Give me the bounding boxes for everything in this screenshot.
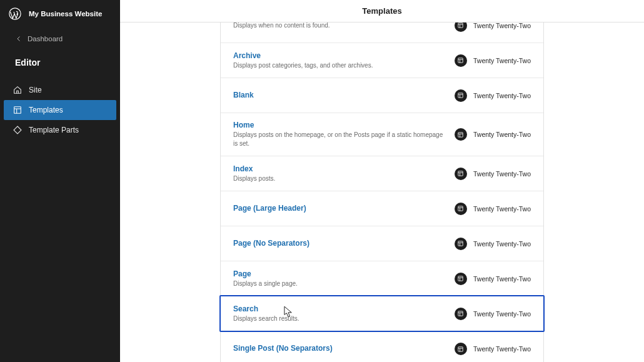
theme-name: Twenty Twenty-Two <box>473 92 531 99</box>
template-meta: SearchDisplays search results. <box>233 304 445 323</box>
theme-name: Twenty Twenty-Two <box>473 131 531 138</box>
template-meta: Blank <box>233 91 445 101</box>
theme-name: Twenty Twenty-Two <box>473 57 531 64</box>
template-title[interactable]: Blank <box>233 91 445 99</box>
layout-icon <box>13 105 23 115</box>
nav-item-template-parts[interactable]: Template Parts <box>4 120 116 140</box>
nav-label: Site <box>29 86 42 94</box>
template-meta: PageDisplays a single page. <box>233 269 445 288</box>
nav-item-site[interactable]: Site <box>4 80 116 100</box>
template-row-index[interactable]: IndexDisplays posts.Twenty Twenty-Two <box>221 156 543 191</box>
theme-avatar-icon <box>455 54 467 67</box>
template-theme: Twenty Twenty-Two <box>455 273 531 285</box>
page-title: Templates <box>362 6 401 16</box>
back-to-dashboard-link[interactable]: Dashboard <box>0 28 120 50</box>
template-meta: Page (Large Header) <box>233 204 445 214</box>
theme-avatar-icon <box>455 273 467 285</box>
template-description: Displays posts. <box>233 174 445 183</box>
svg-rect-11 <box>458 346 463 351</box>
sidebar-header: My Business Website <box>0 0 120 28</box>
template-row-404[interactable]: Displays when no content is found.Twenty… <box>221 23 543 43</box>
template-title[interactable]: Search <box>233 304 445 313</box>
template-meta: Page (No Separators) <box>233 239 445 249</box>
template-row-single-no-sep[interactable]: Single Post (No Separators)Twenty Twenty… <box>221 331 543 362</box>
template-row-page-large-header[interactable]: Page (Large Header)Twenty Twenty-Two <box>221 191 543 226</box>
app-root: My Business Website Dashboard Editor Sit… <box>0 0 644 362</box>
template-theme: Twenty Twenty-Two <box>455 89 531 102</box>
template-theme: Twenty Twenty-Two <box>455 203 531 215</box>
svg-rect-2 <box>458 23 463 28</box>
template-theme: Twenty Twenty-Two <box>455 128 531 141</box>
template-theme: Twenty Twenty-Two <box>455 238 531 250</box>
theme-avatar-icon <box>455 89 467 102</box>
back-label: Dashboard <box>28 35 63 43</box>
template-theme: Twenty Twenty-Two <box>455 343 531 355</box>
template-theme: Twenty Twenty-Two <box>455 308 531 320</box>
home-icon <box>13 85 23 95</box>
main: Templates Displays when no content is fo… <box>120 0 644 362</box>
theme-name: Twenty Twenty-Two <box>473 23 531 29</box>
theme-avatar-icon <box>455 23 467 32</box>
template-description: Displays when no content is found. <box>233 23 445 30</box>
template-title[interactable]: Page (No Separators) <box>233 239 445 248</box>
chevron-left-icon <box>15 35 23 43</box>
sidebar: My Business Website Dashboard Editor Sit… <box>0 0 120 362</box>
template-meta: Displays when no content is found. <box>233 23 445 30</box>
theme-avatar-icon <box>455 238 467 250</box>
theme-name: Twenty Twenty-Two <box>473 310 531 318</box>
template-title[interactable]: Single Post (No Separators) <box>233 344 445 353</box>
nav-label: Template Parts <box>29 126 79 134</box>
theme-avatar-icon <box>455 203 467 215</box>
template-row-archive[interactable]: ArchiveDisplays post categories, tags, a… <box>221 43 543 78</box>
svg-rect-9 <box>458 276 463 281</box>
template-title[interactable]: Index <box>233 164 445 173</box>
theme-avatar-icon <box>455 343 467 355</box>
theme-name: Twenty Twenty-Two <box>473 345 531 353</box>
theme-name: Twenty Twenty-Two <box>473 275 531 283</box>
theme-name: Twenty Twenty-Two <box>473 170 531 178</box>
nav-item-templates[interactable]: Templates <box>4 100 116 120</box>
svg-rect-7 <box>458 206 463 211</box>
diamond-icon <box>13 125 23 135</box>
template-title[interactable]: Page <box>233 269 445 278</box>
templates-list: Displays when no content is found.Twenty… <box>220 23 544 362</box>
template-theme: Twenty Twenty-Two <box>455 168 531 180</box>
template-row-home[interactable]: HomeDisplays posts on the homepage, or o… <box>221 113 543 156</box>
page-title-bar: Templates <box>120 0 644 23</box>
template-row-blank[interactable]: BlankTwenty Twenty-Two <box>221 78 543 113</box>
theme-avatar-icon <box>455 308 467 320</box>
template-theme: Twenty Twenty-Two <box>455 23 531 32</box>
template-title[interactable]: Archive <box>233 51 445 60</box>
template-row-page-no-separators[interactable]: Page (No Separators)Twenty Twenty-Two <box>221 226 543 261</box>
editor-heading: Editor <box>0 50 120 79</box>
template-meta: HomeDisplays posts on the homepage, or o… <box>233 121 445 148</box>
svg-rect-1 <box>14 107 21 114</box>
svg-rect-8 <box>458 241 463 246</box>
templates-content: Displays when no content is found.Twenty… <box>120 23 644 362</box>
theme-name: Twenty Twenty-Two <box>473 205 531 213</box>
template-description: Displays posts on the homepage, or on th… <box>233 131 445 148</box>
template-description: Displays a single page. <box>233 279 445 288</box>
template-row-page[interactable]: PageDisplays a single page.Twenty Twenty… <box>221 261 543 296</box>
svg-rect-3 <box>458 58 463 63</box>
wordpress-logo-icon[interactable] <box>8 6 23 21</box>
svg-rect-10 <box>458 311 463 316</box>
svg-rect-4 <box>458 93 463 98</box>
template-title[interactable]: Home <box>233 121 445 129</box>
template-meta: ArchiveDisplays post categories, tags, a… <box>233 51 445 70</box>
svg-rect-6 <box>458 171 463 176</box>
template-theme: Twenty Twenty-Two <box>455 54 531 67</box>
theme-name: Twenty Twenty-Two <box>473 240 531 248</box>
template-meta: IndexDisplays posts. <box>233 164 445 183</box>
site-name: My Business Website <box>29 10 102 18</box>
nav-label: Templates <box>29 106 63 114</box>
sidebar-nav: Site Templates Template Parts <box>0 80 120 140</box>
svg-rect-5 <box>458 132 463 136</box>
template-title[interactable]: Page (Large Header) <box>233 204 445 213</box>
theme-avatar-icon <box>455 128 467 141</box>
template-description: Displays search results. <box>233 314 445 323</box>
template-row-search[interactable]: SearchDisplays search results.Twenty Twe… <box>221 296 543 331</box>
theme-avatar-icon <box>455 168 467 180</box>
template-description: Displays post categories, tags, and othe… <box>233 61 445 70</box>
template-meta: Single Post (No Separators) <box>233 344 445 354</box>
